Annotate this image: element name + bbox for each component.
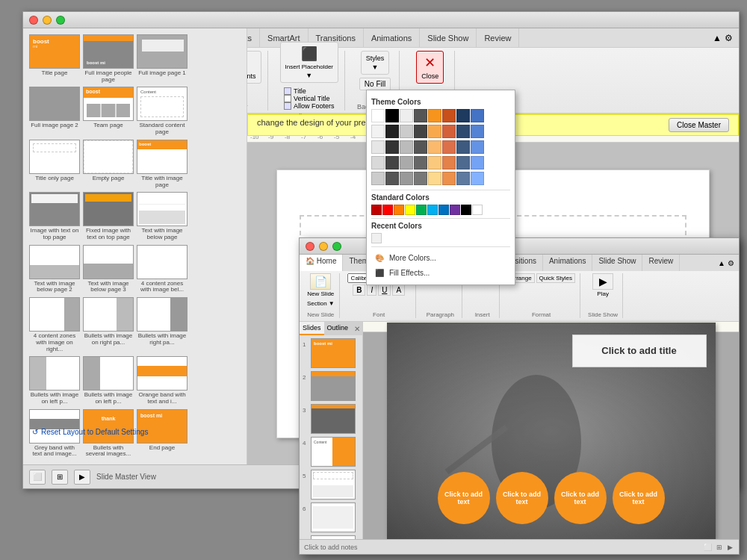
new-slide-button[interactable]: 📄 New Slide	[307, 273, 334, 297]
thumb-standard[interactable]: Content Standard content page	[137, 87, 187, 136]
mini-slide-4[interactable]: Content	[311, 437, 356, 467]
play-button[interactable]: ▶ Play	[592, 273, 613, 297]
panel-close-btn[interactable]: ✕	[351, 322, 362, 335]
thumb-20[interactable]: Bullets with image on left p...	[83, 356, 134, 405]
circle-1[interactable]: Click to add text	[438, 472, 490, 524]
more-colors-item[interactable]: 🎨 More Colors...	[371, 250, 510, 265]
minimize-btn[interactable]	[43, 16, 52, 25]
thumb-19[interactable]: Bullets with image on left p...	[29, 356, 80, 405]
vertical-title-check[interactable]	[284, 95, 291, 102]
front-min-btn[interactable]	[319, 242, 328, 251]
front-win-ctrl-1[interactable]: ▲	[718, 259, 725, 267]
view-slideshow-btn[interactable]: ▶	[74, 470, 90, 485]
theme-swatch-2-2[interactable]	[385, 125, 399, 138]
outline-tab[interactable]: Outline	[324, 322, 352, 335]
theme-swatch-5-1[interactable]	[371, 172, 385, 185]
theme-swatch-2-3[interactable]	[400, 125, 413, 138]
thumb-15[interactable]: 4 content zones with image bel...	[137, 245, 187, 294]
std-swatch-7[interactable]	[438, 205, 449, 215]
thumb-orange-band[interactable]: Orange band with text and i...	[137, 356, 187, 405]
window-control-2[interactable]: ⚙	[725, 33, 733, 43]
theme-swatch-3-2[interactable]	[385, 140, 399, 154]
thumb-team[interactable]: boost Team page	[83, 87, 134, 136]
theme-swatch-2-7[interactable]	[456, 125, 470, 138]
tab-animations[interactable]: Animations	[364, 28, 420, 47]
theme-swatch-4-4[interactable]	[414, 156, 427, 169]
theme-swatch-2-8[interactable]	[471, 125, 484, 138]
section-button[interactable]: Section ▼	[307, 300, 335, 307]
theme-swatch-2-6[interactable]	[442, 125, 456, 138]
front-tab-animations[interactable]: Animations	[543, 255, 592, 271]
thumb-text-below[interactable]: Text with image below page	[137, 192, 187, 241]
thumb-16[interactable]: 4 content zones with image on right...	[29, 297, 80, 353]
thumb-title-page[interactable]: boost mi Title page	[29, 34, 80, 84]
thumb-title-only[interactable]: Title only page	[29, 140, 80, 189]
maximize-btn[interactable]	[56, 16, 65, 25]
thumb-fixed-image[interactable]: Fixed image with text on top page	[83, 192, 134, 241]
quick-styles-button[interactable]: Quick Styles	[536, 273, 575, 283]
thumb-17[interactable]: Bullets with image on right pa...	[83, 297, 134, 353]
theme-swatch-4-3[interactable]	[400, 156, 413, 169]
theme-swatch-3-3[interactable]	[400, 140, 413, 154]
theme-swatch-4-6[interactable]	[442, 156, 456, 169]
front-tab-home[interactable]: 🏠 Home	[300, 255, 343, 271]
theme-swatch-2-5[interactable]	[428, 125, 441, 138]
slide-title-box[interactable]: Click to add title	[572, 335, 707, 367]
theme-swatch-5-2[interactable]	[385, 172, 399, 185]
thumb-13[interactable]: Text with image below page 2	[29, 245, 80, 294]
theme-swatch-4-5[interactable]	[428, 156, 441, 169]
theme-swatch-3-7[interactable]	[456, 140, 470, 154]
std-swatch-4[interactable]	[405, 205, 415, 215]
bold-button[interactable]: B	[353, 284, 365, 296]
text-color-button[interactable]: A	[392, 284, 405, 296]
circle-2[interactable]: Click to add text	[496, 472, 548, 524]
theme-swatch-4-1[interactable]	[371, 156, 385, 169]
std-swatch-5[interactable]	[416, 205, 427, 215]
circle-4[interactable]: Click to add text	[613, 472, 665, 524]
close-master-button[interactable]: Close Master	[669, 118, 729, 132]
theme-swatch-1-2[interactable]	[385, 109, 399, 122]
slides-tab[interactable]: Slides	[300, 322, 324, 335]
mini-slide-6[interactable]	[311, 503, 356, 532]
theme-swatch-1-8[interactable]	[471, 109, 484, 122]
thumb-title-image[interactable]: boost Title with image page	[137, 140, 187, 189]
front-close-btn[interactable]	[306, 242, 314, 251]
front-view-btn-3[interactable]: ▶	[728, 544, 733, 551]
view-normal-btn[interactable]: ⬜	[29, 470, 46, 485]
tab-review[interactable]: Review	[477, 28, 519, 47]
thumb-empty[interactable]: Empty page	[83, 140, 134, 189]
theme-swatch-5-4[interactable]	[414, 172, 427, 185]
mini-slide-5[interactable]	[311, 470, 356, 500]
theme-swatch-3-6[interactable]	[442, 140, 456, 154]
front-slide-canvas[interactable]: Click to add title Click to add text Cli…	[387, 323, 716, 539]
std-swatch-2[interactable]	[382, 205, 393, 215]
std-swatch-8[interactable]	[450, 205, 460, 215]
circle-3[interactable]: Click to add text	[554, 472, 607, 524]
theme-swatch-3-1[interactable]	[371, 140, 385, 154]
theme-swatch-4-7[interactable]	[456, 156, 470, 169]
theme-swatch-1-7[interactable]	[456, 109, 470, 122]
close-master-view-button[interactable]: ✕ Close	[416, 51, 444, 84]
front-view-btn-1[interactable]: ⬜	[704, 544, 712, 551]
reset-layout-button[interactable]: ↺ Reset Layout to Default Settings	[29, 426, 151, 438]
insert-placeholder-button[interactable]: ⬛ Insert Placeholder ▼	[280, 42, 338, 83]
std-swatch-3[interactable]	[394, 205, 404, 215]
styles-button[interactable]: Styles ▼	[361, 51, 390, 75]
thumb-image-text-top[interactable]: Image with text on top page	[29, 192, 80, 241]
mini-slide-2[interactable]	[311, 371, 356, 401]
front-view-btn-2[interactable]: ⊞	[716, 544, 722, 551]
fill-effects-item[interactable]: ⬛ Fill Effects...	[371, 265, 510, 280]
theme-swatch-1-3[interactable]	[400, 109, 413, 122]
std-swatch-10[interactable]	[472, 205, 483, 215]
thumb-18[interactable]: Bullets with image right pa...	[137, 297, 187, 353]
theme-swatch-5-5[interactable]	[428, 172, 441, 185]
theme-swatch-4-8[interactable]	[471, 156, 484, 169]
tab-slide-show[interactable]: Slide Show	[420, 28, 477, 47]
theme-swatch-5-6[interactable]	[442, 172, 456, 185]
recent-swatch-1[interactable]	[371, 233, 382, 243]
thumb-full-people[interactable]: boost mi Full image people page	[83, 34, 134, 84]
theme-swatch-1-5[interactable]	[428, 109, 441, 122]
front-tab-slideshow[interactable]: Slide Show	[592, 255, 642, 271]
std-swatch-1[interactable]	[371, 205, 382, 215]
view-grid-btn[interactable]: ⊞	[52, 470, 68, 485]
